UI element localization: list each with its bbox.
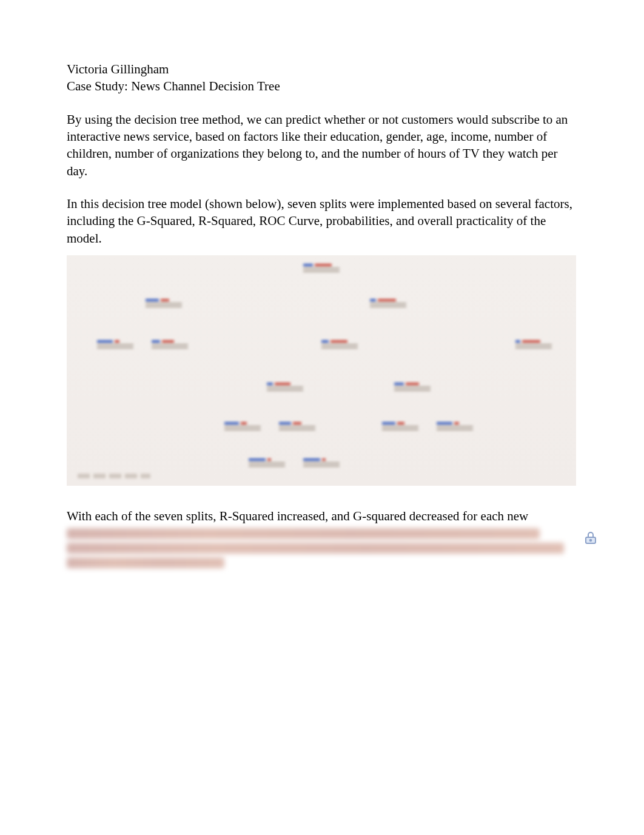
redacted-line: [67, 528, 540, 539]
figure-caption-blur: [78, 474, 150, 478]
paragraph-1: By using the decision tree method, we ca…: [67, 111, 577, 179]
paragraph-2: In this decision tree model (shown below…: [67, 195, 577, 247]
document-page: Victoria Gillingham Case Study: News Cha…: [0, 0, 644, 608]
document-title: Case Study: News Channel Decision Tree: [67, 78, 577, 95]
paragraph-3: With each of the seven splits, R-Squared…: [67, 508, 577, 525]
redacted-text-block: [67, 528, 577, 568]
redacted-line: [67, 543, 564, 554]
decision-tree-figure: [67, 255, 576, 486]
redacted-line: [67, 557, 224, 568]
lock-icon: [582, 529, 599, 546]
author-line: Victoria Gillingham: [67, 61, 577, 78]
svg-point-1: [590, 540, 592, 542]
